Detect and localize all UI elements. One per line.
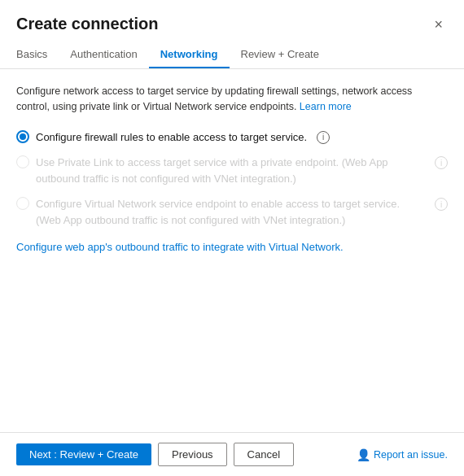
option-private-link: Use Private Link to access target servic… [16, 155, 425, 186]
create-connection-dialog: Create connection × Basics Authenticatio… [0, 0, 464, 476]
radio-firewall-indicator [16, 130, 29, 143]
learn-more-link[interactable]: Learn more [300, 101, 352, 112]
option-vnet-endpoint-label: Configure Virtual Network service endpoi… [36, 196, 425, 228]
close-button[interactable]: × [429, 15, 448, 33]
option-firewall-label: Configure firewall rules to enable acces… [36, 129, 307, 146]
next-button[interactable]: Next : Review + Create [16, 443, 151, 465]
report-icon: 👤 [357, 448, 370, 461]
tab-basics[interactable]: Basics [16, 41, 59, 68]
tab-authentication[interactable]: Authentication [59, 41, 148, 68]
dialog-footer: Next : Review + Create Previous Cancel 👤… [0, 432, 464, 476]
radio-private-link-indicator [16, 155, 29, 168]
network-options-group: Configure firewall rules to enable acces… [16, 129, 448, 229]
radio-vnet-endpoint-indicator [16, 197, 29, 210]
report-issue-label: Report an issue. [374, 449, 448, 461]
tab-networking[interactable]: Networking [149, 41, 230, 68]
description-text: Configure network access to target servi… [16, 84, 448, 115]
vnet-endpoint-info-icon[interactable]: i [435, 198, 448, 211]
option-firewall-row: Configure firewall rules to enable acces… [16, 129, 448, 146]
option-private-link-row: Use Private Link to access target servic… [16, 155, 448, 186]
option-private-link-label: Use Private Link to access target servic… [36, 155, 425, 186]
report-issue-link[interactable]: 👤 Report an issue. [357, 448, 448, 461]
tab-review-create[interactable]: Review + Create [230, 41, 330, 68]
firewall-info-icon[interactable]: i [317, 131, 330, 144]
private-link-info-icon[interactable]: i [435, 156, 448, 169]
tab-bar: Basics Authentication Networking Review … [0, 41, 464, 69]
option-vnet-endpoint-row: Configure Virtual Network service endpoi… [16, 196, 448, 228]
option-vnet-endpoint: Configure Virtual Network service endpoi… [16, 196, 425, 228]
vnet-integration-link[interactable]: Configure web app's outbound traffic to … [16, 241, 344, 253]
cancel-button[interactable]: Cancel [234, 443, 294, 466]
option-firewall[interactable]: Configure firewall rules to enable acces… [16, 129, 307, 146]
previous-button[interactable]: Previous [158, 443, 227, 466]
dialog-title: Create connection [16, 15, 158, 33]
dialog-header: Create connection × [0, 0, 464, 41]
main-content: Configure network access to target servi… [0, 69, 464, 432]
